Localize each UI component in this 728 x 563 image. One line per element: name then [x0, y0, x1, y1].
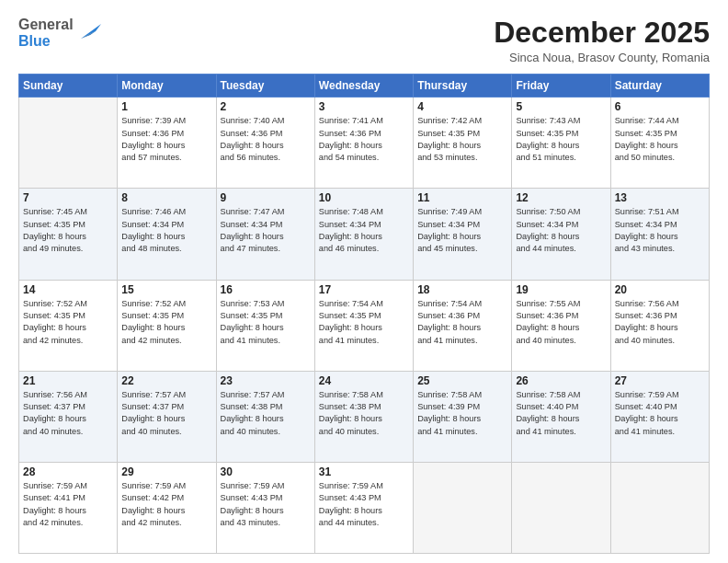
day-info: Sunrise: 7:57 AM Sunset: 4:37 PM Dayligh… — [121, 389, 211, 438]
calendar-week-row: 21Sunrise: 7:56 AM Sunset: 4:37 PM Dayli… — [19, 371, 710, 462]
calendar-cell — [512, 462, 610, 553]
day-info: Sunrise: 7:42 AM Sunset: 4:35 PM Dayligh… — [417, 115, 507, 164]
calendar-cell: 6Sunrise: 7:44 AM Sunset: 4:35 PM Daylig… — [610, 98, 709, 189]
svg-marker-1 — [81, 31, 96, 39]
calendar-week-row: 7Sunrise: 7:45 AM Sunset: 4:35 PM Daylig… — [19, 189, 710, 280]
day-number: 5 — [516, 100, 606, 113]
calendar-cell: 4Sunrise: 7:42 AM Sunset: 4:35 PM Daylig… — [414, 98, 512, 189]
calendar-cell: 22Sunrise: 7:57 AM Sunset: 4:37 PM Dayli… — [118, 371, 216, 462]
day-number: 14 — [23, 283, 113, 296]
col-friday: Friday — [512, 75, 610, 98]
day-number: 12 — [516, 191, 606, 204]
day-number: 29 — [121, 465, 211, 478]
calendar-cell: 11Sunrise: 7:49 AM Sunset: 4:34 PM Dayli… — [414, 189, 512, 280]
logo-general-text: General — [18, 17, 74, 33]
day-info: Sunrise: 7:56 AM Sunset: 4:36 PM Dayligh… — [615, 298, 705, 347]
calendar-cell: 10Sunrise: 7:48 AM Sunset: 4:34 PM Dayli… — [314, 189, 413, 280]
title-block: December 2025 Sinca Noua, Brasov County,… — [494, 17, 710, 64]
day-info: Sunrise: 7:58 AM Sunset: 4:38 PM Dayligh… — [319, 389, 409, 438]
calendar-cell: 27Sunrise: 7:59 AM Sunset: 4:40 PM Dayli… — [610, 371, 709, 462]
calendar-cell: 14Sunrise: 7:52 AM Sunset: 4:35 PM Dayli… — [19, 280, 118, 371]
day-info: Sunrise: 7:59 AM Sunset: 4:43 PM Dayligh… — [319, 480, 409, 529]
day-info: Sunrise: 7:58 AM Sunset: 4:40 PM Dayligh… — [516, 389, 606, 438]
calendar-cell: 16Sunrise: 7:53 AM Sunset: 4:35 PM Dayli… — [216, 280, 314, 371]
day-info: Sunrise: 7:56 AM Sunset: 4:37 PM Dayligh… — [23, 389, 113, 438]
day-number: 11 — [417, 191, 507, 204]
day-info: Sunrise: 7:59 AM Sunset: 4:40 PM Dayligh… — [615, 389, 705, 438]
calendar-cell: 17Sunrise: 7:54 AM Sunset: 4:35 PM Dayli… — [314, 280, 413, 371]
calendar-cell: 29Sunrise: 7:59 AM Sunset: 4:42 PM Dayli… — [118, 462, 216, 553]
subtitle: Sinca Noua, Brasov County, Romania — [494, 51, 710, 64]
day-number: 17 — [319, 283, 409, 296]
day-number: 20 — [615, 283, 705, 296]
page: General Blue December 2025 Sinca Noua, B… — [0, 0, 728, 563]
calendar-cell: 3Sunrise: 7:41 AM Sunset: 4:36 PM Daylig… — [314, 98, 413, 189]
day-info: Sunrise: 7:45 AM Sunset: 4:35 PM Dayligh… — [23, 206, 113, 255]
day-info: Sunrise: 7:52 AM Sunset: 4:35 PM Dayligh… — [23, 298, 113, 347]
day-info: Sunrise: 7:58 AM Sunset: 4:39 PM Dayligh… — [417, 389, 507, 438]
calendar-cell: 19Sunrise: 7:55 AM Sunset: 4:36 PM Dayli… — [512, 280, 610, 371]
calendar-cell: 13Sunrise: 7:51 AM Sunset: 4:34 PM Dayli… — [610, 189, 709, 280]
calendar-cell: 7Sunrise: 7:45 AM Sunset: 4:35 PM Daylig… — [19, 189, 118, 280]
day-info: Sunrise: 7:57 AM Sunset: 4:38 PM Dayligh… — [221, 389, 311, 438]
calendar-cell: 1Sunrise: 7:39 AM Sunset: 4:36 PM Daylig… — [118, 98, 216, 189]
day-number: 13 — [615, 191, 705, 204]
day-number: 7 — [23, 191, 113, 204]
header: General Blue December 2025 Sinca Noua, B… — [18, 17, 710, 64]
calendar-cell — [19, 98, 118, 189]
day-number: 3 — [319, 100, 409, 113]
day-info: Sunrise: 7:59 AM Sunset: 4:43 PM Dayligh… — [221, 480, 311, 529]
calendar-cell: 21Sunrise: 7:56 AM Sunset: 4:37 PM Dayli… — [19, 371, 118, 462]
day-info: Sunrise: 7:40 AM Sunset: 4:36 PM Dayligh… — [221, 115, 311, 164]
calendar-cell: 30Sunrise: 7:59 AM Sunset: 4:43 PM Dayli… — [216, 462, 314, 553]
day-info: Sunrise: 7:54 AM Sunset: 4:36 PM Dayligh… — [417, 298, 507, 347]
calendar-cell: 23Sunrise: 7:57 AM Sunset: 4:38 PM Dayli… — [216, 371, 314, 462]
day-number: 27 — [615, 374, 705, 387]
day-number: 23 — [221, 374, 311, 387]
calendar-week-row: 28Sunrise: 7:59 AM Sunset: 4:41 PM Dayli… — [19, 462, 710, 553]
weekday-header-row: Sunday Monday Tuesday Wednesday Thursday… — [19, 75, 710, 98]
day-number: 21 — [23, 374, 113, 387]
day-info: Sunrise: 7:59 AM Sunset: 4:42 PM Dayligh… — [121, 480, 211, 529]
calendar-cell: 9Sunrise: 7:47 AM Sunset: 4:34 PM Daylig… — [216, 189, 314, 280]
day-info: Sunrise: 7:50 AM Sunset: 4:34 PM Dayligh… — [516, 206, 606, 255]
day-number: 6 — [615, 100, 705, 113]
day-number: 22 — [121, 374, 211, 387]
day-info: Sunrise: 7:48 AM Sunset: 4:34 PM Dayligh… — [319, 206, 409, 255]
day-number: 1 — [121, 100, 211, 113]
day-info: Sunrise: 7:44 AM Sunset: 4:35 PM Dayligh… — [615, 115, 705, 164]
month-title: December 2025 — [494, 17, 710, 49]
col-saturday: Saturday — [610, 75, 709, 98]
col-monday: Monday — [118, 75, 216, 98]
calendar-cell: 26Sunrise: 7:58 AM Sunset: 4:40 PM Dayli… — [512, 371, 610, 462]
col-wednesday: Wednesday — [314, 75, 413, 98]
day-number: 28 — [23, 465, 113, 478]
day-info: Sunrise: 7:43 AM Sunset: 4:35 PM Dayligh… — [516, 115, 606, 164]
day-info: Sunrise: 7:41 AM Sunset: 4:36 PM Dayligh… — [319, 115, 409, 164]
col-thursday: Thursday — [414, 75, 512, 98]
day-number: 2 — [221, 100, 311, 113]
day-number: 18 — [417, 283, 507, 296]
day-number: 9 — [221, 191, 311, 204]
col-sunday: Sunday — [19, 75, 118, 98]
calendar-cell: 2Sunrise: 7:40 AM Sunset: 4:36 PM Daylig… — [216, 98, 314, 189]
calendar-cell: 28Sunrise: 7:59 AM Sunset: 4:41 PM Dayli… — [19, 462, 118, 553]
logo-icon — [75, 18, 101, 44]
calendar-cell: 24Sunrise: 7:58 AM Sunset: 4:38 PM Dayli… — [314, 371, 413, 462]
day-info: Sunrise: 7:39 AM Sunset: 4:36 PM Dayligh… — [121, 115, 211, 164]
day-number: 26 — [516, 374, 606, 387]
day-info: Sunrise: 7:52 AM Sunset: 4:35 PM Dayligh… — [121, 298, 211, 347]
calendar-table: Sunday Monday Tuesday Wednesday Thursday… — [18, 74, 710, 554]
day-number: 24 — [319, 374, 409, 387]
day-info: Sunrise: 7:51 AM Sunset: 4:34 PM Dayligh… — [615, 206, 705, 255]
day-info: Sunrise: 7:49 AM Sunset: 4:34 PM Dayligh… — [417, 206, 507, 255]
calendar-cell — [414, 462, 512, 553]
calendar-cell: 31Sunrise: 7:59 AM Sunset: 4:43 PM Dayli… — [314, 462, 413, 553]
calendar-cell: 20Sunrise: 7:56 AM Sunset: 4:36 PM Dayli… — [610, 280, 709, 371]
day-info: Sunrise: 7:53 AM Sunset: 4:35 PM Dayligh… — [221, 298, 311, 347]
day-number: 25 — [417, 374, 507, 387]
calendar-cell — [610, 462, 709, 553]
col-tuesday: Tuesday — [216, 75, 314, 98]
logo-blue-text: Blue — [18, 33, 74, 50]
day-number: 15 — [121, 283, 211, 296]
